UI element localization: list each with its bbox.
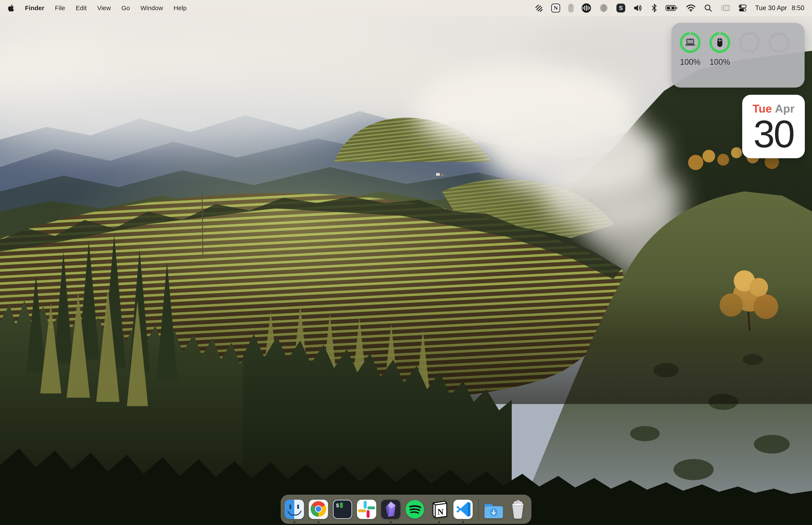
volume-icon[interactable] [633, 3, 643, 13]
mouse-inactive-icon[interactable] [568, 4, 574, 13]
laptop-icon [685, 38, 696, 47]
spotlight-search-icon[interactable] [704, 3, 713, 13]
menu-window[interactable]: Window [140, 4, 163, 12]
notion-running-dot [438, 521, 440, 523]
battery-ring-laptop: 100% [678, 32, 703, 66]
svg-text:$: $ [336, 502, 339, 509]
battery-ring-empty-2 [767, 32, 792, 66]
menu-bar: Finder File Edit View Go Window Help N [0, 0, 812, 16]
finder-running-dot [293, 521, 295, 523]
dock-vscode-icon[interactable] [453, 499, 473, 520]
menu-finder[interactable]: Finder [25, 4, 44, 12]
waveform-icon[interactable] [582, 3, 591, 13]
menu-view[interactable]: View [97, 4, 111, 12]
globe-icon[interactable] [599, 3, 608, 13]
mouse-battery-percent: 100% [709, 58, 730, 66]
clock-time: 8:50 [792, 4, 805, 12]
dock-finder-icon[interactable] [284, 499, 305, 520]
desktop: Finder File Edit View Go Window Help N [0, 0, 812, 525]
calendar-day-number: 30 [753, 115, 794, 153]
dock-notion-icon[interactable]: N [429, 499, 449, 520]
striped-logo-icon[interactable] [534, 3, 543, 13]
dock-downloads-folder-icon[interactable] [483, 499, 504, 520]
display-inactive-icon[interactable] [720, 3, 730, 13]
menu-edit[interactable]: Edit [76, 4, 87, 12]
obsidian-running-dot [390, 521, 392, 523]
dock-trash-full-icon[interactable] [507, 499, 528, 520]
svg-text:N: N [438, 507, 444, 516]
vscode-running-dot [462, 521, 464, 523]
menubar-clock[interactable]: Tue 30 Apr 8:50 [755, 4, 805, 12]
dock-separator [478, 498, 479, 520]
laptop-battery-percent: 100% [680, 58, 700, 66]
shottr-icon[interactable]: S [616, 4, 625, 13]
dock-terminal-icon[interactable]: $ [332, 499, 353, 520]
control-center-icon[interactable] [738, 3, 747, 13]
dock-chrome-icon[interactable] [308, 499, 329, 520]
apple-menu-icon[interactable] [7, 3, 14, 13]
mouse-icon [716, 38, 723, 48]
menu-help[interactable]: Help [173, 4, 187, 12]
battery-ring-empty-1 [737, 32, 762, 66]
menu-file[interactable]: File [55, 4, 65, 12]
dock-slack-icon[interactable] [356, 499, 377, 520]
chrome-running-dot [317, 521, 319, 523]
menu-go[interactable]: Go [121, 4, 130, 12]
clock-date: Tue 30 Apr [755, 4, 787, 12]
battery-rings-row: 100% 100% [678, 32, 805, 66]
dock-spotify-icon[interactable] [404, 499, 425, 520]
battery-charging-icon[interactable] [665, 3, 678, 13]
calendar-widget[interactable]: Tue Apr 30 [742, 95, 805, 158]
bluetooth-icon[interactable] [651, 3, 657, 13]
dock: $ [281, 495, 531, 524]
batteries-widget[interactable]: 100% 100% [671, 23, 805, 88]
wifi-icon[interactable] [686, 3, 696, 13]
dock-obsidian-icon[interactable] [380, 499, 401, 520]
battery-ring-mouse: 100% [707, 32, 732, 66]
notion-menubar-icon[interactable]: N [551, 4, 560, 13]
